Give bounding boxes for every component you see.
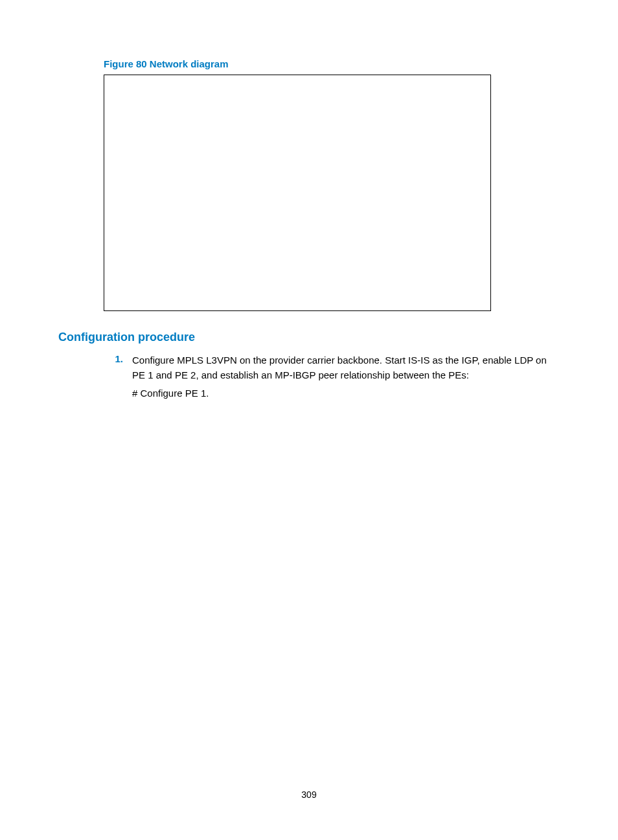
- step-body: Configure MPLS L3VPN on the provider car…: [132, 353, 560, 405]
- figure-caption: Figure 80 Network diagram: [104, 58, 560, 69]
- step-item: 1. Configure MPLS L3VPN on the provider …: [104, 353, 560, 405]
- network-diagram-placeholder: [104, 75, 491, 311]
- page-number: 309: [0, 789, 618, 800]
- step-line: Configure MPLS L3VPN on the provider car…: [132, 353, 560, 382]
- document-page: Figure 80 Network diagram Configuration …: [0, 0, 618, 840]
- section-heading-configuration-procedure: Configuration procedure: [58, 331, 560, 344]
- step-number: 1.: [104, 353, 132, 364]
- step-line: # Configure PE 1.: [132, 386, 560, 401]
